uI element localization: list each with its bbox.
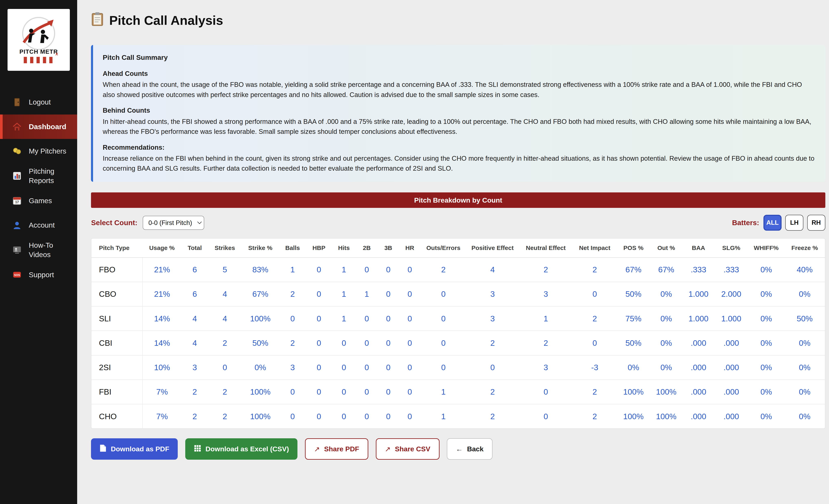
count-select[interactable]: 0-0 (First Pitch) [143,216,204,230]
sidebar-item-dashboard[interactable]: Dashboard [0,115,77,139]
table-row: CBO21%6467%201100033050%0%1.0002.0000%0% [92,282,825,306]
pitch-type-cell: CBO [92,282,143,306]
button-label: Share PDF [324,445,359,453]
pitch-type-cell: CHO [92,404,143,428]
summary-section-text: In hitter-ahead counts, the FBI showed a… [103,117,816,137]
value-cell: 14% [143,306,181,331]
summary-section-heading: Ahead Counts [103,69,816,79]
sidebar-item-account[interactable]: Account [0,213,77,237]
share-pdf-button[interactable]: ↗ Share PDF [305,438,368,460]
value-cell: 21% [143,258,181,282]
column-header: Usage % [143,239,181,258]
batters-label: Batters: [732,219,759,227]
value-cell: 1 [332,282,356,306]
value-cell: 0 [356,331,377,355]
pitch-type-cell: FBO [92,258,143,282]
value-cell: .000 [715,380,748,404]
value-cell: 100% [650,380,682,404]
account-icon [12,220,23,230]
value-cell: 1 [332,258,356,282]
back-button[interactable]: ← Back [447,438,493,460]
button-label: Download as Excel (CSV) [206,445,289,453]
value-cell: 4 [466,258,519,282]
value-cell: 10% [143,355,181,380]
value-cell: 4 [208,306,242,331]
value-cell: 0 [399,258,421,282]
value-cell: 50% [242,331,279,355]
value-cell: 0% [650,355,682,380]
main-content: Pitch Call Analysis Pitch Call Summary A… [77,0,829,504]
dashboard-icon [11,121,22,132]
share-icon: ↗ [385,445,391,453]
share-csv-button[interactable]: ↗ Share CSV [376,438,439,460]
value-cell: .000 [715,331,748,355]
value-cell: 0 [306,282,332,306]
value-cell: 0 [377,331,399,355]
value-cell: -3 [573,355,617,380]
value-cell: 0% [748,282,785,306]
value-cell: 0% [650,282,682,306]
value-cell: 0 [421,331,466,355]
value-cell: 21% [143,282,181,306]
app-logo[interactable]: PITCH METR x [7,9,70,71]
pitch-type-cell: 2SI [92,355,143,380]
value-cell: 0% [784,331,825,355]
value-cell: 2 [208,331,242,355]
value-cell: 0 [356,380,377,404]
value-cell: 0% [784,404,825,428]
svg-text:17: 17 [15,200,19,204]
value-cell: 0% [748,306,785,331]
value-cell: 67% [650,258,682,282]
sidebar-item-how-to-videos[interactable]: How-To Videos [0,237,77,262]
logout-icon [12,97,23,107]
value-cell: 0% [784,282,825,306]
column-header: Net Impact [573,239,617,258]
value-cell: 3 [466,306,519,331]
value-cell: 0 [399,404,421,428]
value-cell: 0 [573,331,617,355]
sidebar-item-pitching-reports[interactable]: Pitching Reports [0,163,77,188]
column-header: Balls [279,239,306,258]
value-cell: 0 [356,355,377,380]
download-excel-button[interactable]: Download as Excel (CSV) [185,438,297,460]
value-cell: .000 [682,380,715,404]
value-cell: 2 [208,404,242,428]
svg-text:x: x [56,51,58,56]
sidebar-item-logout[interactable]: Logout [0,90,77,114]
clipboard-icon [91,12,104,29]
value-cell: 0 [377,355,399,380]
value-cell: .000 [682,355,715,380]
value-cell: 2 [519,331,573,355]
sidebar-item-games[interactable]: 17 Games [0,189,77,213]
value-cell: .333 [715,258,748,282]
summary-section-text: Increase reliance on the FBI when behind… [103,153,816,173]
value-cell: 50% [617,331,650,355]
value-cell: 2.000 [715,282,748,306]
value-cell: 0 [377,258,399,282]
column-header: 3B [377,239,399,258]
sidebar: PITCH METR x Logout [0,0,77,504]
value-cell: 75% [617,306,650,331]
batters-lh-button[interactable]: LH [785,215,803,231]
sidebar-item-my-pitchers[interactable]: Pitching Reports My Pitchers [0,139,77,163]
value-cell: 2 [181,404,208,428]
sidebar-item-support[interactable]: SOS Support [0,263,77,287]
column-header: Hits [332,239,356,258]
batters-all-button[interactable]: ALL [763,215,782,231]
sidebar-menu: Logout Dashboard Pitching Reports My Pit… [0,90,77,287]
value-cell: 3 [279,355,306,380]
table-row: CHO7%22100%0000001202100%100%.000.0000%0… [92,404,825,428]
table-header-row: Pitch TypeUsage %TotalStrikesStrike %Bal… [92,239,825,258]
column-header: Outs/Errors [421,239,466,258]
pitchers-icon [12,146,23,156]
value-cell: 0 [377,404,399,428]
value-cell: 100% [617,380,650,404]
batters-rh-button[interactable]: RH [807,215,825,231]
value-cell: 0 [279,380,306,404]
column-header: BAA [682,239,715,258]
value-cell: 0 [306,355,332,380]
svg-text:SOS: SOS [14,273,20,277]
summary-section-text: When ahead in the count, the usage of th… [103,80,816,100]
value-cell: 2 [573,306,617,331]
download-pdf-button[interactable]: Download as PDF [91,438,178,460]
